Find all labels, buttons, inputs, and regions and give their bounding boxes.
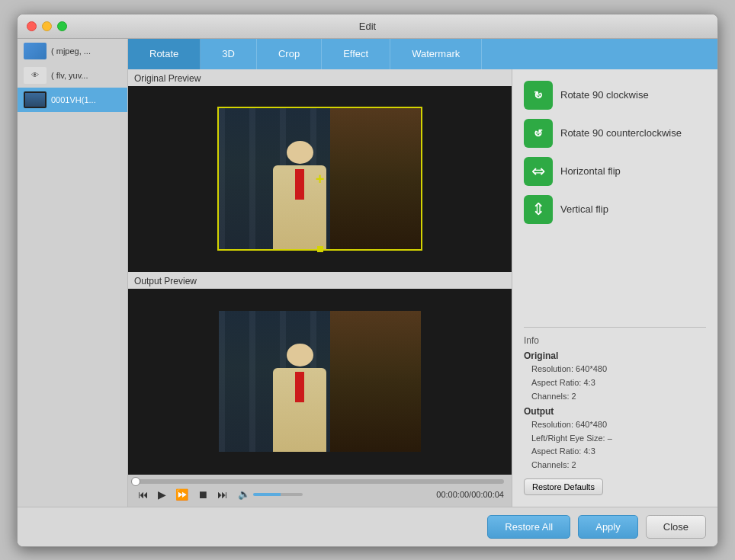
playback-controls: ⏮ ▶ ⏩ ⏹ ⏭ 🔈 00:00:00/00:00:04 xyxy=(136,487,504,502)
info-output-title: Output xyxy=(524,406,706,417)
tab-crop[interactable]: Crop xyxy=(257,39,322,69)
info-output-aspect: Aspect Ratio: 4:3 xyxy=(524,445,706,459)
flip-v-icon: ⇕ xyxy=(524,195,553,224)
person-body-out xyxy=(273,368,326,452)
fast-forward-button[interactable]: ⏩ xyxy=(173,487,191,502)
skip-forward-button[interactable]: ⏭ xyxy=(215,487,230,502)
sidebar-item-flv[interactable]: 👁 ( flv, yuv... xyxy=(18,63,127,88)
edit-window: Edit ( mjpeg, ... 👁 ( flv, yuv... 0001VH… xyxy=(17,14,718,547)
output-preview-block: Output Preview xyxy=(128,272,512,475)
tab-rotate[interactable]: Rotate xyxy=(128,39,201,69)
sidebar-item-mjpeg[interactable]: ( mjpeg, ... xyxy=(18,39,127,63)
volume-track[interactable] xyxy=(253,493,303,496)
restore-defaults-button[interactable]: Restore Defaults xyxy=(524,478,603,495)
main-panel: Rotate 3D Crop Effect Watermark xyxy=(128,39,717,507)
close-button[interactable]: Close xyxy=(646,515,706,539)
info-output-resolution: Resolution: 640*480 xyxy=(524,418,706,432)
info-original-resolution: Resolution: 640*480 xyxy=(524,363,706,376)
person-output xyxy=(273,344,326,452)
original-preview-label: Original Preview xyxy=(128,69,512,86)
editor-body: Original Preview xyxy=(128,69,717,507)
sidebar-label-video: 0001VH(1... xyxy=(51,95,96,104)
flip-v-label: Vertical flip xyxy=(560,203,608,215)
apply-button[interactable]: Apply xyxy=(578,515,638,539)
flip-h-icon: ⇔ xyxy=(524,157,553,186)
flip-v-row[interactable]: ⇕ Vertical flip xyxy=(524,195,706,224)
rotate-ccw-row[interactable]: ↺ 90 Rotate 90 counterclockwise xyxy=(524,119,706,148)
time-display: 00:00:00/00:00:04 xyxy=(436,490,504,499)
rotate-ccw-label: Rotate 90 counterclockwise xyxy=(560,127,682,139)
sidebar-label-flv: ( flv, yuv... xyxy=(51,71,88,80)
right-panel-spacer xyxy=(524,233,706,318)
traffic-lights xyxy=(27,21,67,31)
skip-back-button[interactable]: ⏮ xyxy=(136,487,151,502)
info-section: Info Original Resolution: 640*480 Aspect… xyxy=(524,327,706,494)
info-original-title: Original xyxy=(524,350,706,361)
rotate-cw-label: Rotate 90 clockwise xyxy=(560,89,649,101)
person-collar-out xyxy=(295,372,304,402)
volume-area: 🔈 xyxy=(238,488,303,500)
progress-track[interactable] xyxy=(136,479,504,484)
rotate-cw-row[interactable]: ↻ 90 Rotate 90 clockwise xyxy=(524,81,706,110)
scene-right-wall xyxy=(330,108,421,249)
sidebar-label-mjpeg: ( mjpeg, ... xyxy=(51,46,91,56)
person-original xyxy=(273,141,326,249)
content-area: ( mjpeg, ... 👁 ( flv, yuv... 0001VH(1...… xyxy=(18,39,717,507)
play-button[interactable]: ▶ xyxy=(156,487,169,502)
person-collar-orig xyxy=(295,169,304,200)
close-traffic-light[interactable] xyxy=(27,21,37,31)
flip-h-label: Horizontal flip xyxy=(560,165,621,177)
maximize-traffic-light[interactable] xyxy=(57,21,67,31)
info-original-channels: Channels: 2 xyxy=(524,390,706,404)
info-title: Info xyxy=(524,335,706,346)
info-output-channels: Channels: 2 xyxy=(524,459,706,472)
sidebar-thumb-video xyxy=(24,91,47,108)
sidebar-thumb-mjpeg xyxy=(24,43,47,59)
person-head-orig xyxy=(287,141,313,164)
window-title: Edit xyxy=(359,21,376,32)
stop-button[interactable]: ⏹ xyxy=(195,487,210,502)
output-video-bg xyxy=(128,289,512,475)
info-output-eye-size: Left/Right Eye Size: – xyxy=(524,432,706,446)
minimize-traffic-light[interactable] xyxy=(42,21,52,31)
output-preview-label: Output Preview xyxy=(128,272,512,289)
person-head-out xyxy=(287,344,313,366)
output-scene xyxy=(219,311,421,452)
original-preview-block: Original Preview xyxy=(128,69,512,272)
original-scene: + xyxy=(219,108,421,249)
crosshair: + xyxy=(316,171,325,187)
tab-bar: Rotate 3D Crop Effect Watermark xyxy=(128,39,717,69)
tab-watermark[interactable]: Watermark xyxy=(390,39,482,69)
info-original-aspect: Aspect Ratio: 4:3 xyxy=(524,376,706,390)
sidebar-thumb-flv: 👁 xyxy=(24,67,47,84)
tab-effect[interactable]: Effect xyxy=(322,39,390,69)
controls-bar: ⏮ ▶ ⏩ ⏹ ⏭ 🔈 00:00:00/00:00:04 xyxy=(128,475,512,507)
flip-h-row[interactable]: ⇔ Horizontal flip xyxy=(524,157,706,186)
preview-area: Original Preview xyxy=(128,69,512,507)
crop-bottom-handle[interactable] xyxy=(317,246,323,252)
original-video-wrapper: + xyxy=(219,108,421,249)
rotate-ccw-icon: ↺ 90 xyxy=(524,119,553,148)
volume-icon: 🔈 xyxy=(238,488,250,500)
sidebar-item-video[interactable]: 0001VH(1... xyxy=(18,88,127,112)
tab-3d[interactable]: 3D xyxy=(201,39,257,69)
progress-thumb[interactable] xyxy=(131,477,140,486)
original-video-bg: + xyxy=(128,86,512,272)
right-panel: ↻ 90 Rotate 90 clockwise ↺ 90 xyxy=(512,69,717,507)
bottom-bar: Restore All Apply Close xyxy=(18,507,717,546)
sidebar: ( mjpeg, ... 👁 ( flv, yuv... 0001VH(1... xyxy=(18,39,128,507)
output-right-wall xyxy=(330,311,421,452)
title-bar: Edit xyxy=(18,14,717,39)
restore-all-button[interactable]: Restore All xyxy=(487,515,570,539)
rotate-cw-icon: ↻ 90 xyxy=(524,81,553,110)
